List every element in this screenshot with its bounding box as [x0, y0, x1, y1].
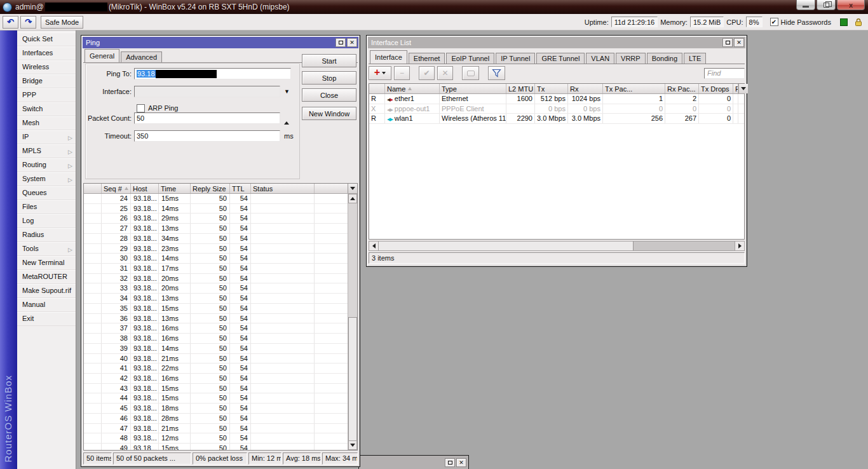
- column-header-r[interactable]: R: [733, 84, 738, 93]
- remove-button[interactable]: −: [394, 66, 410, 80]
- ping-result-row[interactable]: 3893.18...16ms5054: [84, 334, 357, 344]
- sidebar-item-radius[interactable]: Radius: [17, 228, 76, 242]
- interface-tab-bonding[interactable]: Bonding: [647, 53, 682, 64]
- scroll-left-button[interactable]: [369, 241, 379, 250]
- sidebar-item-system[interactable]: System▷: [17, 172, 76, 186]
- column-flag[interactable]: [84, 184, 102, 193]
- background-window-titlebar[interactable]: ✕: [358, 455, 469, 469]
- sidebar-item-tools[interactable]: Tools▷: [17, 242, 76, 256]
- new-window-button[interactable]: New Window: [302, 107, 356, 120]
- column-header-tx-pac-[interactable]: Tx Pac...: [603, 84, 665, 93]
- close-window-button[interactable]: ✕: [734, 38, 744, 47]
- sidebar-item-make-supout-rif[interactable]: Make Supout.rif: [17, 284, 76, 298]
- column-header-rx-pac-[interactable]: Rx Pac...: [665, 84, 699, 93]
- interface-list-titlebar[interactable]: Interface List ✕: [368, 37, 745, 48]
- comment-button[interactable]: [462, 66, 479, 80]
- interface-tab-gre-tunnel[interactable]: GRE Tunnel: [536, 53, 585, 64]
- sidebar-item-interfaces[interactable]: Interfaces: [17, 46, 76, 60]
- interface-tab-vrrp[interactable]: VRRP: [616, 53, 646, 64]
- filter-button[interactable]: [488, 66, 505, 80]
- interface-tab-interface[interactable]: Interface: [370, 50, 407, 64]
- ping-window-titlebar[interactable]: Ping ✕: [83, 37, 358, 48]
- spinner-up-icon[interactable]: [284, 115, 289, 121]
- sidebar-item-metarouter[interactable]: MetaROUTER: [17, 270, 76, 284]
- interface-tab-lte[interactable]: LTE: [684, 53, 706, 64]
- sidebar-item-exit[interactable]: Exit: [17, 312, 76, 326]
- column-flag[interactable]: [369, 84, 385, 93]
- ping-result-row[interactable]: 2993.18...23ms5054: [84, 244, 357, 254]
- ping-tab-general[interactable]: General: [85, 49, 119, 62]
- sidebar-item-wireless[interactable]: Wireless: [17, 60, 76, 74]
- sidebar-item-new-terminal[interactable]: New Terminal: [17, 256, 76, 270]
- column-header-tx[interactable]: Tx: [535, 84, 568, 93]
- ping-result-row[interactable]: 3193.18...17ms5054: [84, 264, 357, 274]
- ping-result-row[interactable]: 4593.18...18ms5054: [84, 404, 357, 414]
- scrollbar-thumb[interactable]: [379, 241, 634, 250]
- column-header-seq-[interactable]: Seq #: [102, 184, 131, 193]
- minimize-button[interactable]: [796, 0, 815, 10]
- sidebar-item-quick-set[interactable]: Quick Set: [17, 32, 76, 46]
- interface-tab-ip-tunnel[interactable]: IP Tunnel: [496, 53, 535, 64]
- ping-result-row[interactable]: 4793.18...21ms5054: [84, 424, 357, 434]
- column-header-host[interactable]: Host: [131, 184, 159, 193]
- ping-result-row[interactable]: 3793.18...16ms5054: [84, 323, 357, 334]
- ping-result-row[interactable]: 2693.18...29ms5054: [84, 214, 357, 224]
- interface-tab-vlan[interactable]: VLAN: [586, 53, 614, 64]
- sidebar-item-routing[interactable]: Routing▷: [17, 158, 76, 172]
- maximize-button[interactable]: [445, 458, 455, 467]
- column-header-ttl[interactable]: TTL: [230, 184, 251, 193]
- sidebar-item-log[interactable]: Log: [17, 214, 76, 228]
- scrollbar-track[interactable]: [634, 241, 735, 250]
- ping-result-row[interactable]: 3093.18...14ms5054: [84, 254, 357, 264]
- ping-to-input[interactable]: 93.18: [134, 68, 291, 79]
- column-header-l2-mtu[interactable]: L2 MTU: [506, 84, 535, 93]
- column-header-type[interactable]: Type: [440, 84, 506, 93]
- ping-result-row[interactable]: 2793.18...13ms5054: [84, 224, 357, 234]
- sidebar-item-files[interactable]: Files: [17, 200, 76, 214]
- close-window-button[interactable]: ✕: [456, 458, 466, 467]
- redo-button[interactable]: ↷: [20, 16, 36, 29]
- close-button[interactable]: Close: [302, 88, 356, 102]
- maximize-button[interactable]: [336, 38, 346, 47]
- ping-result-row[interactable]: 3993.18...14ms5054: [84, 344, 357, 354]
- ping-table-scrollbar[interactable]: [348, 194, 357, 450]
- interface-tab-ethernet[interactable]: Ethernet: [409, 53, 445, 64]
- safe-mode-button[interactable]: Safe Mode: [41, 16, 83, 29]
- ping-result-row[interactable]: 4993.18...15ms5054: [84, 444, 357, 450]
- maximize-button[interactable]: [722, 38, 733, 47]
- ping-result-row[interactable]: 3393.18...20ms5054: [84, 283, 357, 294]
- column-header-time[interactable]: Time: [159, 184, 191, 193]
- sidebar-item-ppp[interactable]: PPP: [17, 88, 76, 102]
- ping-result-row[interactable]: 2593.18...14ms5054: [84, 204, 357, 214]
- ping-result-row[interactable]: 4493.18...15ms5054: [84, 393, 357, 404]
- restore-button[interactable]: [817, 0, 836, 10]
- column-header-reply-size[interactable]: Reply Size: [191, 184, 230, 193]
- scroll-up-button[interactable]: [348, 194, 357, 203]
- timeout-input[interactable]: 350: [134, 130, 280, 142]
- packet-count-input[interactable]: 50: [134, 112, 280, 124]
- enable-button[interactable]: ✔: [419, 66, 435, 80]
- column-header-name[interactable]: Name: [385, 84, 440, 93]
- ping-result-row[interactable]: 4893.18...12ms5054: [84, 433, 357, 444]
- column-select-button[interactable]: [348, 184, 357, 193]
- sidebar-item-manual[interactable]: Manual: [17, 298, 76, 312]
- ping-result-row[interactable]: 4093.18...21ms5054: [84, 354, 357, 364]
- add-button[interactable]: +: [369, 66, 391, 80]
- interface-tab-eoip-tunnel[interactable]: EoIP Tunnel: [446, 53, 494, 64]
- ping-result-row[interactable]: 3593.18...15ms5054: [84, 304, 357, 314]
- ping-result-row[interactable]: 2493.18...15ms5054: [84, 194, 357, 204]
- hide-passwords-checkbox[interactable]: ✔: [770, 18, 778, 26]
- sidebar-item-switch[interactable]: Switch: [17, 102, 76, 116]
- column-select-button[interactable]: [738, 84, 748, 93]
- ping-result-row[interactable]: 4193.18...22ms5054: [84, 364, 357, 374]
- interface-select[interactable]: [134, 86, 280, 97]
- ping-result-row[interactable]: 4693.18...28ms5054: [84, 414, 357, 424]
- sidebar-item-bridge[interactable]: Bridge: [17, 74, 76, 88]
- interface-row-pppoe-out1[interactable]: X◀▶pppoe-out1PPPoE Client0 bps0 bps000: [369, 104, 744, 114]
- interface-row-wlan1[interactable]: R◀▶wlan1Wireless (Atheros 11N)22903.0 Mb…: [369, 114, 744, 124]
- sidebar-item-mesh[interactable]: Mesh: [17, 116, 76, 130]
- ping-result-row[interactable]: 3493.18...13ms5054: [84, 294, 357, 304]
- interface-hscrollbar[interactable]: [369, 241, 745, 251]
- find-input[interactable]: Find: [704, 68, 745, 79]
- column-header-status[interactable]: Status: [251, 184, 315, 193]
